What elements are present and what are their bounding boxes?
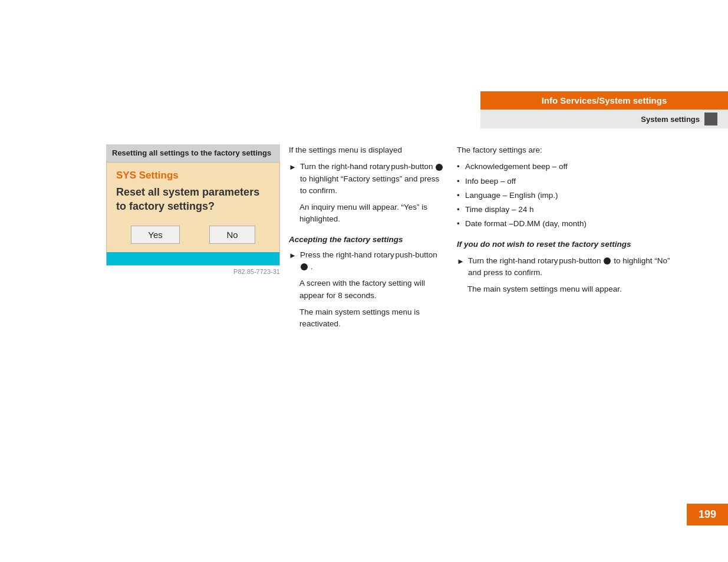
circle-icon-3 (604, 257, 611, 265)
bullet-ack-beep: Acknowledgement beep – off (457, 161, 681, 173)
left-panel: Resetting all settings to the factory se… (106, 144, 280, 275)
header-gray-block (704, 113, 717, 125)
sys-body: Reset all system parameters to factory s… (116, 185, 270, 214)
button-row: Yes No (116, 226, 270, 244)
arrow-icon-1: ► (289, 161, 297, 173)
middle-step2: ► Press the right-hand rotary push-butto… (289, 249, 445, 273)
bullet-language: Language – English (imp.) (457, 190, 681, 201)
middle-column: If the settings menu is displayed ► Turn… (289, 144, 445, 335)
header-gray-bar: System settings (480, 110, 728, 128)
header-sub-title: System settings (641, 115, 700, 124)
no-button[interactable]: No (209, 226, 255, 244)
middle-step2-text: Press the right-hand rotary push-button … (300, 249, 445, 273)
inquiry-text: An inquiry menu will appear. “Yes” is hi… (299, 201, 445, 226)
factory-intro: The factory settings are: (457, 144, 681, 156)
appear-text: The main system settings menu will appea… (467, 283, 681, 295)
blue-bar (107, 252, 279, 265)
sys-title: SYS Settings (116, 170, 270, 181)
yes-button[interactable]: Yes (131, 226, 179, 244)
header-section: Info Services/System settings System set… (480, 91, 728, 128)
middle-step1-text: Turn the right-hand rotary push-button t… (300, 161, 445, 197)
circle-icon-2 (301, 263, 308, 270)
right-step3-text: Turn the right-hand rotary push-button t… (468, 255, 681, 279)
reactivated-text: The main system settings menu is reactiv… (299, 306, 445, 330)
middle-intro: If the settings menu is displayed (289, 144, 445, 156)
figure-caption: P82.85-7723-31 (106, 268, 280, 275)
heading-accept: Accepting the factory settings (289, 234, 445, 246)
bullet-time: Time display – 24 h (457, 204, 681, 216)
circle-icon-1 (436, 164, 443, 171)
factory-settings-list: Acknowledgement beep – off Info beep – o… (457, 161, 681, 230)
right-step3: ► Turn the right-hand rotary push-button… (457, 255, 681, 279)
device-screen: SYS Settings Reset all system parameters… (106, 162, 280, 266)
arrow-icon-3: ► (457, 256, 465, 267)
screen-note: A screen with the factory setting will a… (299, 277, 445, 302)
header-title: Info Services/System settings (542, 95, 667, 105)
right-column: The factory settings are: Acknowledgemen… (457, 144, 681, 300)
bullet-date: Date format –DD.MM (day, month) (457, 218, 681, 230)
page-number: 199 (687, 504, 728, 525)
bullet-info-beep: Info beep – off (457, 176, 681, 187)
panel-title: Resetting all settings to the factory se… (106, 144, 280, 162)
header-orange-bar: Info Services/System settings (480, 91, 728, 110)
heading-no-reset: If you do not wish to reset the factory … (457, 239, 681, 250)
middle-step1: ► Turn the right-hand rotary push-button… (289, 161, 445, 197)
arrow-icon-2: ► (289, 250, 297, 262)
